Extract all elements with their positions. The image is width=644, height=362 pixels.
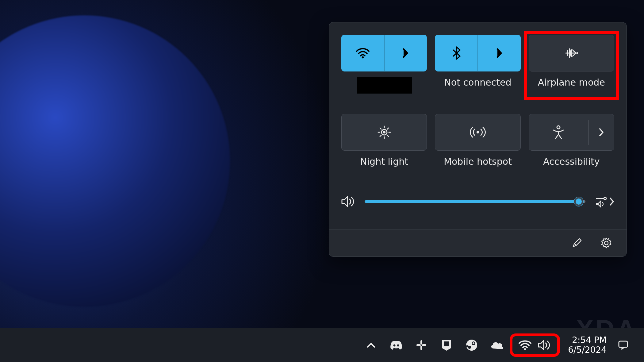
- wifi-icon: [356, 48, 370, 59]
- clock-date: 6/5/2024: [568, 345, 607, 355]
- svg-point-16: [393, 345, 396, 347]
- taskbar-volume-icon: [538, 340, 551, 351]
- tile-cell-bluetooth: Not connected: [435, 35, 520, 94]
- mobile-hotspot-label: Mobile hotspot: [444, 156, 512, 168]
- hotspot-icon: [470, 126, 486, 138]
- tile-cell-wifi: [341, 35, 427, 94]
- discord-icon: [389, 340, 403, 350]
- epic-games-icon: [441, 339, 452, 351]
- steam-icon: [466, 339, 478, 351]
- bluetooth-icon: [452, 46, 461, 60]
- volume-slider-thumb[interactable]: [574, 197, 583, 206]
- slack-icon: [416, 340, 427, 351]
- system-tray: [364, 338, 504, 352]
- svg-point-23: [466, 340, 477, 351]
- taskbar-clock[interactable]: 2:54 PM 6/5/2024: [568, 335, 607, 355]
- wifi-toggle[interactable]: [342, 35, 384, 71]
- wallpaper-swirl: [0, 15, 230, 307]
- edit-quick-settings-button[interactable]: [569, 235, 585, 251]
- accessibility-icon: [552, 125, 565, 139]
- svg-point-0: [362, 56, 364, 58]
- svg-point-2: [383, 131, 385, 133]
- epic-games-tray-icon[interactable]: [439, 338, 454, 352]
- gear-icon: [600, 237, 612, 249]
- svg-point-17: [397, 345, 399, 347]
- svg-rect-29: [619, 341, 627, 347]
- svg-rect-22: [444, 341, 449, 346]
- taskbar: 2:54 PM 6/5/2024: [0, 328, 644, 362]
- airplane-mode-label: Airplane mode: [538, 77, 605, 89]
- svg-rect-21: [422, 344, 426, 346]
- chevron-up-icon: [367, 342, 375, 348]
- onedrive-tray-icon[interactable]: [489, 338, 504, 352]
- svg-point-15: [604, 241, 608, 245]
- tile-cell-accessibility: Accessibility: [529, 114, 614, 168]
- flyout-footer: [329, 229, 627, 256]
- bluetooth-toggle[interactable]: [435, 35, 477, 71]
- taskbar-wifi-icon: [518, 340, 532, 350]
- audio-output-icon: [595, 195, 608, 208]
- volume-output-select[interactable]: [595, 195, 614, 208]
- volume-row: [341, 195, 614, 208]
- network-volume-cluster[interactable]: [513, 337, 557, 354]
- bluetooth-tile[interactable]: [435, 35, 520, 71]
- svg-line-7: [380, 128, 381, 129]
- settings-button[interactable]: [598, 235, 614, 251]
- chevron-right-icon: [599, 128, 604, 137]
- quick-settings-grid: Not connected Airplane mode: [341, 35, 614, 168]
- svg-line-10: [380, 135, 381, 137]
- night-light-tile[interactable]: [341, 114, 427, 151]
- bluetooth-expand[interactable]: [478, 35, 520, 71]
- clock-time: 2:54 PM: [572, 335, 607, 345]
- svg-point-28: [524, 348, 526, 350]
- airplane-mode-tile[interactable]: [529, 35, 614, 71]
- tile-cell-hotspot: Mobile hotspot: [435, 114, 520, 168]
- svg-line-8: [387, 135, 389, 137]
- night-light-icon: [378, 125, 391, 139]
- chevron-right-icon: [402, 48, 408, 58]
- chevron-right-icon: [609, 197, 614, 206]
- wifi-expand[interactable]: [385, 35, 427, 71]
- svg-point-25: [473, 342, 474, 344]
- tile-cell-night-light: Night light: [341, 114, 427, 168]
- svg-point-14: [604, 197, 606, 200]
- svg-point-12: [557, 126, 560, 129]
- steam-tray-icon[interactable]: [464, 338, 479, 352]
- quick-settings-flyout: Not connected Airplane mode: [329, 22, 627, 257]
- cloud-icon: [490, 341, 504, 350]
- chevron-right-icon: [496, 48, 502, 58]
- tile-cell-airplane: Airplane mode: [526, 33, 617, 98]
- svg-rect-19: [420, 346, 422, 350]
- svg-point-11: [477, 131, 479, 133]
- accessibility-tile[interactable]: [529, 114, 614, 151]
- discord-tray-icon[interactable]: [389, 338, 404, 352]
- wifi-label-redacted: [357, 77, 412, 94]
- svg-rect-18: [420, 340, 422, 345]
- volume-slider[interactable]: [365, 200, 585, 203]
- bluetooth-label: Not connected: [444, 77, 511, 89]
- pencil-icon: [571, 237, 582, 248]
- night-light-label: Night light: [360, 156, 408, 168]
- svg-line-9: [387, 128, 389, 129]
- svg-rect-20: [416, 344, 421, 346]
- airplane-icon: [564, 47, 579, 59]
- accessibility-label: Accessibility: [543, 156, 600, 168]
- accessibility-expand[interactable]: [588, 114, 614, 150]
- tray-overflow-button[interactable]: [364, 338, 378, 352]
- wifi-tile[interactable]: [341, 35, 427, 71]
- accessibility-toggle[interactable]: [529, 114, 588, 150]
- slack-tray-icon[interactable]: [414, 338, 429, 352]
- mobile-hotspot-tile[interactable]: [435, 114, 520, 151]
- row-gap: [341, 98, 614, 110]
- volume-icon[interactable]: [341, 195, 355, 208]
- notification-icon: [618, 340, 629, 350]
- notifications-button[interactable]: [616, 338, 631, 352]
